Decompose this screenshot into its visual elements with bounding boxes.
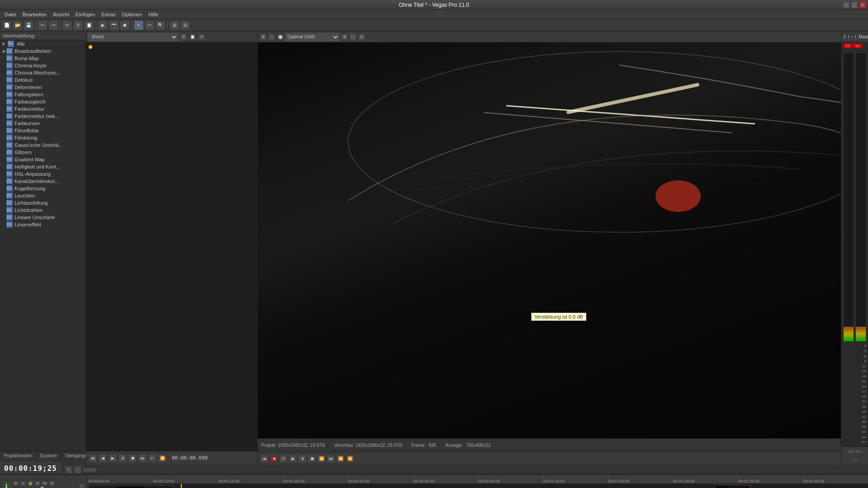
preview-zoom-btn[interactable]: □ [268, 33, 275, 41]
video-mute-btn[interactable]: M [13, 481, 19, 486]
menu-bearbeiten[interactable]: Bearbeiten [20, 11, 49, 18]
meter-settings-btn[interactable]: ≡ [843, 33, 846, 41]
display-info: Anzeige: 720x405x32 [445, 443, 491, 448]
paste-button[interactable]: 📋 [84, 20, 94, 30]
prev-ff-btn[interactable]: ⏩ [317, 455, 326, 463]
capture-button[interactable]: 📷 [109, 20, 119, 30]
record-button[interactable]: ⏺ [120, 20, 130, 30]
video-motion-btn[interactable]: M [49, 481, 55, 486]
fx-item-15[interactable]: FX Gradient Map [0, 156, 85, 163]
render-button[interactable]: ▶ [98, 20, 108, 30]
video-solo-btn[interactable]: S [20, 481, 26, 486]
tl-zoom-in[interactable]: + [65, 466, 73, 474]
fx-item-11[interactable]: FX Filmeffekte [0, 127, 85, 134]
fx-item-8[interactable]: FX Farbkorrektur [0, 105, 85, 113]
preview-fullscreen-btn[interactable]: ⛶ [349, 33, 357, 41]
open-button[interactable]: 📂 [13, 20, 23, 30]
snap-toggle[interactable]: ⊞ [170, 20, 179, 30]
fx-item-13[interactable]: FX Gauss'sche Unschä... [0, 141, 85, 149]
fx-item-0[interactable]: ► FX Broadcastfarben [0, 47, 85, 55]
menu-datei[interactable]: Datei [2, 11, 19, 18]
fx-item-21[interactable]: FX Lichtausfüllung [0, 199, 85, 206]
fx-item-2[interactable]: FX Chroma-Keyer [0, 62, 85, 69]
prev-fw-btn[interactable]: ⏩ [346, 455, 354, 463]
grid-toggle[interactable]: ⊟ [180, 20, 190, 30]
black-clip[interactable] [88, 485, 174, 488]
preview-quality-select[interactable]: Optimal (Voll) [285, 33, 340, 41]
menu-extras[interactable]: Extras [99, 11, 118, 18]
prev-end-btn[interactable]: ⏭ [327, 455, 335, 463]
undo-button[interactable]: ↩ [38, 20, 47, 30]
preview-play-btn[interactable]: ⏮ [89, 454, 97, 462]
fx-item-12[interactable]: FX Filmkörnig [0, 134, 85, 141]
fx-animate-btn[interactable]: ⏱ [180, 33, 187, 41]
prev-record-btn[interactable]: ⏺ [270, 455, 278, 463]
close-button[interactable]: ✕ [859, 1, 866, 9]
fx-item-1[interactable]: FX Bump-Map [0, 55, 85, 62]
fx-paste-btn[interactable]: 📋 [189, 33, 196, 41]
fx-preset-dropdown[interactable]: (Kein) [88, 33, 178, 41]
menu-optionen[interactable]: Optionen [119, 11, 145, 18]
maximize-button[interactable]: □ [851, 1, 858, 9]
prev-stop-btn[interactable]: ⏹ [308, 455, 316, 463]
volume-tooltip: Verstärkung ist 0.0 dB [531, 313, 586, 321]
fx-item-7[interactable]: FX Farbausgleich [0, 98, 85, 105]
fx-item-22[interactable]: FX Lichtstrahlen [0, 206, 85, 214]
menu-hilfe[interactable]: Hilfe [146, 11, 161, 18]
cursor-tool[interactable]: ↖ [134, 20, 144, 30]
prev-pause-btn[interactable]: ⏸ [298, 455, 307, 463]
prev-fb-btn[interactable]: ⏪ [336, 455, 344, 463]
window-controls[interactable]: — □ ✕ [843, 1, 866, 9]
fx-item-9[interactable]: FX Farbkorrektur (sek... [0, 113, 85, 120]
fx-item-20[interactable]: FX Leuchten [0, 192, 85, 199]
main-video-clip[interactable] [714, 485, 750, 488]
cut-button[interactable]: ✂ [62, 20, 72, 30]
video-add-btn[interactable]: + [79, 483, 85, 488]
copy-button[interactable]: ⎘ [73, 20, 83, 30]
prev-loop-btn[interactable]: ↺ [279, 455, 288, 463]
fx-item-3[interactable]: FX Chroma-Weichzeic... [0, 69, 85, 76]
meter-arrow-btn[interactable]: › [851, 33, 853, 41]
preview-pause-btn[interactable]: ⏸ [118, 454, 127, 462]
fx-item-24[interactable]: FX Linseneffekt [0, 221, 85, 228]
minimize-button[interactable]: — [843, 1, 850, 9]
fx-item-14[interactable]: FX Glitzern [0, 149, 85, 156]
meter-add-btn[interactable]: + [847, 33, 850, 41]
preview-prev-btn[interactable]: ◀ [99, 454, 107, 462]
fx-item-5[interactable]: FX Deformieren [0, 84, 85, 91]
fx-root-item[interactable]: ▼ FX Alle [0, 40, 85, 47]
preview-color-btn[interactable]: ⬤ [277, 33, 284, 41]
preview-stop-btn[interactable]: ▶ [108, 454, 117, 462]
meter-dbl-arrow-btn[interactable]: » [854, 33, 857, 41]
video-expand-btn[interactable]: ▼ [34, 481, 41, 486]
save-button[interactable]: 💾 [24, 20, 33, 30]
menu-ansicht[interactable]: Ansicht [50, 11, 72, 18]
fx-item-4[interactable]: FX Defokus [0, 76, 85, 84]
prev-play-btn[interactable]: ▶ [289, 455, 297, 463]
menu-einfuegen[interactable]: Einfügen [73, 11, 98, 18]
preview-loop-btn[interactable]: ↩ [148, 454, 156, 462]
new-button[interactable]: 📄 [2, 20, 12, 30]
fx-item-6[interactable]: FX Faltungskern [0, 91, 85, 98]
preview-settings-btn[interactable]: ⚙ [341, 33, 348, 41]
preview-end-btn[interactable]: ⏹ [128, 454, 137, 462]
preview-next-btn[interactable]: ⏭ [138, 454, 146, 462]
video-lock-btn[interactable]: 🔒 [27, 481, 33, 486]
fx-item-23[interactable]: FX Lineare Unschärfe [0, 214, 85, 221]
video-fx-btn[interactable]: FX [42, 481, 48, 486]
fx-item-19[interactable]: FX Kugelformung [0, 185, 85, 192]
zoom-tool[interactable]: 🔍 [156, 20, 165, 30]
redo-button[interactable]: ↪ [48, 20, 58, 30]
fx-item-18[interactable]: FX Kanalüberblendun... [0, 178, 85, 185]
meter-reset-area[interactable]: ⬛ [841, 455, 868, 465]
envelope-tool[interactable]: 〜 [145, 20, 155, 30]
prev-begin-btn[interactable]: ⏮ [260, 455, 269, 463]
preview-split-btn[interactable]: ⊞ [259, 33, 267, 41]
preview-fwd-btn[interactable]: ⏩ [158, 454, 166, 462]
fx-item-16[interactable]: FX Helligkeit und Kont... [0, 163, 85, 170]
preview-ext-btn[interactable]: ⊡ [358, 33, 365, 41]
tl-zoom-out[interactable]: - [74, 466, 82, 474]
fx-close-btn[interactable]: ✕ [198, 33, 205, 41]
fx-item-17[interactable]: FX HSL-Anpassung [0, 170, 85, 178]
fx-item-10[interactable]: FX Farbkurven [0, 120, 85, 127]
